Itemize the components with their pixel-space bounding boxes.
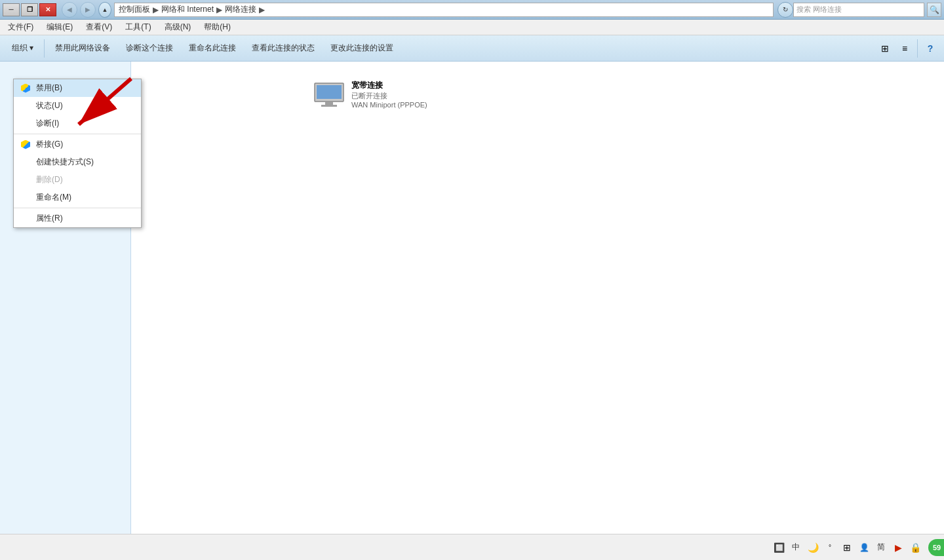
sidebar: 禁用(B) 状态(U) 诊断(I) 桥接(G) 创建快捷方式(S) 删除(D <box>0 62 131 534</box>
search-placeholder: 搜索 网络连接 <box>796 5 842 14</box>
menu-edit[interactable]: 编辑(E) <box>41 20 78 34</box>
ctx-rename[interactable]: 重命名(M) <box>14 189 131 206</box>
breadcrumb-item-1: 控制面板 <box>119 4 150 15</box>
toolbar-right: ⊞ ≡ ? <box>876 39 939 58</box>
ctx-sep-2 <box>14 208 131 208</box>
ctx-sep-1 <box>14 134 131 134</box>
menu-help[interactable]: 帮助(H) <box>199 20 236 34</box>
menu-advanced[interactable]: 高级(N) <box>159 20 197 34</box>
forward-button[interactable]: ▶ <box>80 2 96 18</box>
toolbar: 组织 ▾ 禁用此网络设备 诊断这个连接 重命名此连接 查看此连接的状态 更改此连… <box>0 35 944 62</box>
svg-rect-6 <box>325 102 333 105</box>
main-connection-name: 宽带连接 <box>351 80 427 91</box>
search-button[interactable]: 🔍 <box>927 3 941 17</box>
ctx-diagnose-icon <box>20 119 31 129</box>
ctx-properties-icon <box>20 214 31 224</box>
help-button[interactable]: ? <box>922 40 939 57</box>
breadcrumb-separator-3: ▶ <box>259 5 265 14</box>
taskbar-icon-play[interactable]: ▶ <box>892 541 905 554</box>
title-bar: ─ ❐ ✕ ◀ ▶ ▲ 控制面板 ▶ 网络和 Internet ▶ 网络连接 ▶… <box>0 0 944 20</box>
breadcrumb-item-2: 网络和 Internet <box>161 4 214 15</box>
green-badge[interactable]: 59 <box>928 539 944 556</box>
minimize-button[interactable]: ─ <box>3 3 20 16</box>
diagnose-connection-button[interactable]: 诊断这个连接 <box>119 38 180 59</box>
view-status-button[interactable]: 查看此连接的状态 <box>245 38 321 59</box>
taskbar-icon-jian[interactable]: 简 <box>875 541 888 554</box>
main-connection-status: 已断开连接 <box>351 91 427 101</box>
menu-file[interactable]: 文件(F) <box>3 20 39 34</box>
search-box[interactable]: 搜索 网络连接 <box>793 3 924 17</box>
main-connection-info: 宽带连接 已断开连接 WAN Miniport (PPPOE) <box>351 80 427 109</box>
taskbar-icon-lock[interactable]: 🔒 <box>909 541 922 554</box>
taskbar-icon-signal[interactable]: ° <box>823 541 836 554</box>
menu-bar: 文件(F) 编辑(E) 查看(V) 工具(T) 高级(N) 帮助(H) <box>0 20 944 35</box>
ctx-bridge[interactable]: 桥接(G) <box>14 136 131 153</box>
change-settings-button[interactable]: 更改此连接的设置 <box>324 38 400 59</box>
ctx-status-icon <box>20 101 31 111</box>
svg-rect-5 <box>317 85 342 99</box>
ctx-shortcut[interactable]: 创建快捷方式(S) <box>14 153 131 171</box>
disable-network-button[interactable]: 禁用此网络设备 <box>49 38 117 59</box>
main-icon-wrapper <box>313 80 345 111</box>
main-connection-type: WAN Miniport (PPPOE) <box>351 101 427 109</box>
organize-button[interactable]: 组织 ▾ <box>5 38 40 59</box>
menu-tools[interactable]: 工具(T) <box>120 20 156 34</box>
ctx-properties[interactable]: 属性(R) <box>14 210 131 227</box>
taskbar-icon-user[interactable]: 👤 <box>857 541 871 554</box>
title-bar-right: 搜索 网络连接 🔍 <box>793 3 941 17</box>
toolbar-sep-1 <box>44 39 45 58</box>
main-area: 禁用(B) 状态(U) 诊断(I) 桥接(G) 创建快捷方式(S) 删除(D <box>0 62 944 534</box>
ctx-diagnose[interactable]: 诊断(I) <box>14 115 131 132</box>
toolbar-sep-2 <box>917 39 918 58</box>
breadcrumb-item-3: 网络连接 <box>225 4 256 15</box>
restore-button[interactable]: ❐ <box>21 3 38 16</box>
ctx-status[interactable]: 状态(U) <box>14 97 131 115</box>
shield-icon-bridge <box>20 140 31 150</box>
view-details-button[interactable]: ≡ <box>896 40 913 57</box>
rename-connection-button[interactable]: 重命名此连接 <box>182 38 243 59</box>
breadcrumb[interactable]: 控制面板 ▶ 网络和 Internet ▶ 网络连接 ▶ <box>114 3 774 17</box>
close-button[interactable]: ✕ <box>39 3 56 16</box>
window-controls: ─ ❐ ✕ <box>3 3 56 16</box>
main-computer-icon <box>313 82 345 109</box>
taskbar-icon-zh[interactable]: 中 <box>789 541 802 554</box>
ctx-delete: 删除(D) <box>14 171 131 189</box>
view-toggle-button[interactable]: ⊞ <box>876 40 894 57</box>
content-area: 宽带连接 已断开连接 WAN Miniport (PPPOE) <box>131 62 944 534</box>
back-button[interactable]: ◀ <box>62 2 77 18</box>
up-button[interactable]: ▲ <box>98 3 111 16</box>
ctx-rename-icon <box>20 193 31 203</box>
breadcrumb-separator-2: ▶ <box>216 5 222 14</box>
taskbar-icon-1[interactable]: 🔲 <box>772 541 785 554</box>
ctx-disable[interactable]: 禁用(B) <box>14 79 131 97</box>
breadcrumb-separator-1: ▶ <box>153 5 159 14</box>
main-connection-item[interactable]: 宽带连接 已断开连接 WAN Miniport (PPPOE) <box>308 75 439 117</box>
shield-icon-disable <box>20 83 31 94</box>
refresh-button[interactable]: ↻ <box>777 2 793 18</box>
ctx-shortcut-icon <box>20 157 31 168</box>
menu-view[interactable]: 查看(V) <box>81 20 117 34</box>
context-menu: 禁用(B) 状态(U) 诊断(I) 桥接(G) 创建快捷方式(S) 删除(D <box>13 79 131 228</box>
ctx-delete-icon <box>20 175 31 185</box>
status-bar: 🔲 中 🌙 ° ⊞ 👤 简 ▶ 🔒 ⚙ 59 <box>0 534 944 560</box>
svg-rect-7 <box>321 105 337 107</box>
taskbar-icon-grid[interactable]: ⊞ <box>840 541 854 554</box>
title-bar-left: ─ ❐ ✕ ◀ ▶ ▲ 控制面板 ▶ 网络和 Internet ▶ 网络连接 ▶… <box>3 2 793 18</box>
taskbar-icon-moon[interactable]: 🌙 <box>806 541 819 554</box>
